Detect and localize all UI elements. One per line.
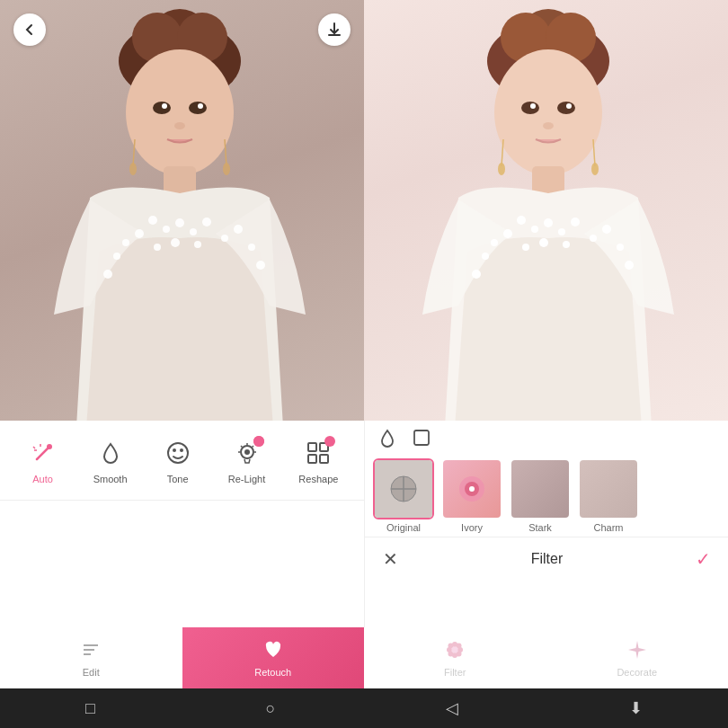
toolbar-filter[interactable]: Filter [364,627,546,688]
filter-item-stark[interactable]: Stark [509,458,572,533]
svg-point-22 [256,261,265,270]
relight-icon [230,436,264,470]
water-drop-icon [377,428,397,448]
right-photo-person [377,0,719,421]
auto-icon [26,436,60,470]
filter-item-ivory[interactable]: Ivory [440,458,503,533]
relight-label: Re-Light [228,474,266,484]
nav-bar: □ ○ ◁ ⬇ [0,688,728,728]
retouch-smooth[interactable]: Smooth [86,431,135,490]
svg-line-72 [33,447,35,448]
square-icon [412,428,431,448]
decorate-label: Decorate [617,667,657,678]
retouch-heart-icon [262,639,284,665]
ivory-knob-icon [454,471,490,507]
svg-point-49 [590,235,597,242]
svg-point-9 [135,229,144,238]
svg-point-7 [148,216,157,225]
nav-back-icon[interactable]: ◁ [446,698,458,718]
filter-title: Filter [531,551,564,567]
svg-point-45 [522,244,529,251]
filter-type-button[interactable] [374,424,401,451]
filter-item-original[interactable]: Original [372,458,435,533]
original-icon [386,471,422,507]
filter-confirm-button[interactable]: ✓ [696,548,711,570]
svg-point-29 [162,103,167,109]
svg-point-60 [557,102,575,114]
auto-wand-icon [30,439,57,466]
bottom-section: Auto Smooth [0,421,728,627]
edit-label: Edit [83,667,100,678]
svg-point-75 [180,448,183,452]
toolbar-edit[interactable]: Edit [0,627,182,688]
flower-icon [444,639,466,661]
svg-point-61 [530,103,536,109]
svg-rect-86 [320,455,328,463]
filter-cancel-button[interactable]: ✕ [383,548,398,570]
svg-point-27 [153,102,171,114]
relight-badge [253,436,264,447]
filter-thumb-original [373,458,434,519]
back-icon [22,22,37,37]
filter-item-charm[interactable]: Charm [577,458,640,533]
retouch-reshape[interactable]: Reshape [291,431,345,490]
reshape-icon [301,436,335,470]
svg-point-106 [452,646,458,653]
filter-icons-row [365,421,728,455]
svg-point-19 [113,253,120,260]
retouch-relight[interactable]: Re-Light [221,431,273,490]
svg-point-11 [190,228,197,235]
svg-point-14 [171,238,180,247]
svg-point-56 [498,163,505,175]
download-button[interactable] [318,13,351,46]
toolbar-retouch[interactable]: Retouch [182,627,365,688]
svg-point-40 [531,226,538,233]
back-button[interactable] [13,13,46,46]
left-bottom-area: Auto Smooth [0,421,364,627]
filter-thumb-stark [510,458,571,519]
bottom-toolbar: Edit Retouch [0,627,728,688]
svg-point-5 [126,49,234,175]
svg-point-20 [103,270,112,279]
svg-point-17 [221,235,228,242]
svg-point-47 [563,241,570,248]
tone-icon [161,436,195,470]
main-area [0,0,728,421]
left-panel [0,0,364,421]
smooth-label: Smooth [93,474,128,484]
svg-rect-85 [308,455,316,463]
sparkle-icon [626,639,648,661]
auto-label: Auto [32,474,53,484]
left-photo-person [9,0,351,421]
retouch-toolbar: Auto Smooth [0,421,364,500]
filter-thumb-ivory [441,458,502,519]
svg-point-12 [202,218,211,226]
svg-point-21 [248,244,255,251]
svg-point-24 [129,163,137,175]
svg-point-44 [571,218,580,226]
svg-point-15 [194,241,201,248]
svg-rect-87 [414,431,429,445]
toolbar-decorate[interactable]: Decorate [546,627,729,688]
download-icon [326,22,342,38]
nav-square-icon[interactable]: □ [85,699,95,718]
retouch-tone[interactable]: Tone [154,431,202,490]
nav-circle-icon[interactable]: ○ [266,699,276,718]
svg-point-93 [469,486,475,492]
svg-point-53 [617,244,624,251]
filter-square-button[interactable] [408,424,435,451]
tone-label: Tone [167,474,189,484]
retouch-auto[interactable]: Auto [19,431,67,490]
edit-lines-icon [80,639,102,661]
svg-point-10 [175,218,184,227]
nav-menu-icon[interactable]: ⬇ [629,698,643,718]
right-panel [364,0,728,421]
ivory-label: Ivory [461,522,483,533]
svg-point-69 [47,444,52,449]
svg-point-73 [168,443,188,463]
edit-icon [80,639,102,665]
svg-point-54 [625,261,634,270]
original-label: Original [386,522,421,533]
svg-point-39 [517,216,526,225]
tone-face-icon [164,439,191,466]
